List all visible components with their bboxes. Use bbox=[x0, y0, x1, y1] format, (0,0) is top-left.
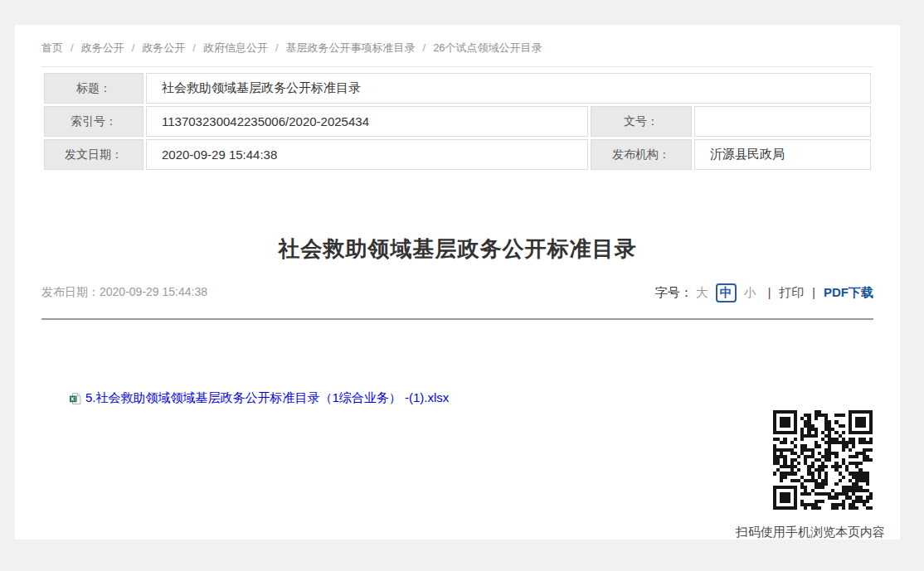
excel-file-icon bbox=[69, 392, 82, 405]
breadcrumb-separator: / bbox=[132, 41, 135, 54]
fontsize-small-button[interactable]: 小 bbox=[744, 285, 756, 301]
print-button[interactable]: 打印 bbox=[779, 285, 804, 301]
meta-docnum-value bbox=[694, 106, 871, 137]
breadcrumb: 首页/政务公开/政务公开/政府信息公开/基层政务公开事项标准目录/26个试点领域… bbox=[41, 40, 873, 56]
meta-docnum-label: 文号： bbox=[591, 106, 692, 137]
meta-title-label: 标题： bbox=[44, 73, 143, 104]
tools-pipe: | bbox=[768, 286, 771, 299]
pdf-download-button[interactable]: PDF下载 bbox=[824, 285, 873, 301]
attachment-row: 5.社会救助领域领域基层政务公开标准目录（1综合业务） -(1).xlsx bbox=[69, 390, 873, 406]
qr-code bbox=[773, 410, 873, 510]
table-row: 标题： 社会救助领域基层政务公开标准目录 bbox=[44, 73, 871, 104]
meta-title-value: 社会救助领域基层政务公开标准目录 bbox=[146, 73, 871, 104]
content-panel: 首页/政务公开/政务公开/政府信息公开/基层政务公开事项标准目录/26个试点领域… bbox=[15, 25, 900, 540]
table-row: 索引号： 113703230042235006/2020-2025434 文号： bbox=[44, 106, 871, 137]
meta-agency-label: 发布机构： bbox=[591, 139, 692, 170]
fontsize-label: 字号： bbox=[655, 285, 693, 301]
article-divider bbox=[41, 318, 873, 320]
table-row: 发文日期： 2020-09-29 15:44:38 发布机构： 沂源县民政局 bbox=[44, 139, 871, 170]
breadcrumb-separator: / bbox=[423, 41, 426, 54]
breadcrumb-separator: / bbox=[192, 41, 196, 54]
breadcrumb-separator: / bbox=[71, 41, 74, 54]
tools-pipe: | bbox=[812, 286, 815, 299]
breadcrumb-item-home[interactable]: 首页 bbox=[41, 41, 63, 54]
publish-date: 发布日期：2020-09-29 15:44:38 bbox=[41, 285, 207, 300]
breadcrumb-item-zwgk-2[interactable]: 政务公开 bbox=[142, 41, 185, 54]
attachment-link[interactable]: 5.社会救助领域领域基层政务公开标准目录（1综合业务） -(1).xlsx bbox=[85, 390, 449, 406]
breadcrumb-item-zwgk-1[interactable]: 政务公开 bbox=[81, 41, 124, 54]
meta-date-value: 2020-09-29 15:44:38 bbox=[146, 139, 588, 170]
meta-index-value: 113703230042235006/2020-2025434 bbox=[146, 106, 588, 137]
page-title: 社会救助领域基层政务公开标准目录 bbox=[41, 234, 873, 264]
article-tools: 字号： 大 中 小 | 打印 | PDF下载 bbox=[655, 283, 873, 302]
breadcrumb-separator: / bbox=[275, 41, 279, 54]
fontsize-large-button[interactable]: 大 bbox=[696, 285, 708, 301]
article-meta-row: 发布日期：2020-09-29 15:44:38 字号： 大 中 小 | 打印 … bbox=[41, 280, 873, 305]
publish-date-label: 发布日期： bbox=[41, 285, 100, 298]
breadcrumb-item-pilot-catalog[interactable]: 26个试点领域公开目录 bbox=[433, 41, 542, 54]
breadcrumb-divider bbox=[41, 66, 873, 67]
document-meta-table: 标题： 社会救助领域基层政务公开标准目录 索引号： 11370323004223… bbox=[41, 70, 873, 172]
publish-date-value: 2020-09-29 15:44:38 bbox=[100, 285, 207, 298]
qr-block: 扫码使用手机浏览本页内容 bbox=[736, 410, 885, 540]
qr-caption: 扫码使用手机浏览本页内容 bbox=[736, 525, 885, 540]
fontsize-medium-button[interactable]: 中 bbox=[716, 283, 737, 302]
meta-index-label: 索引号： bbox=[44, 106, 143, 137]
meta-agency-value: 沂源县民政局 bbox=[694, 139, 871, 170]
breadcrumb-item-standard-catalog[interactable]: 基层政务公开事项标准目录 bbox=[286, 41, 416, 54]
meta-date-label: 发文日期： bbox=[44, 139, 143, 170]
breadcrumb-item-gov-info[interactable]: 政府信息公开 bbox=[203, 41, 268, 54]
